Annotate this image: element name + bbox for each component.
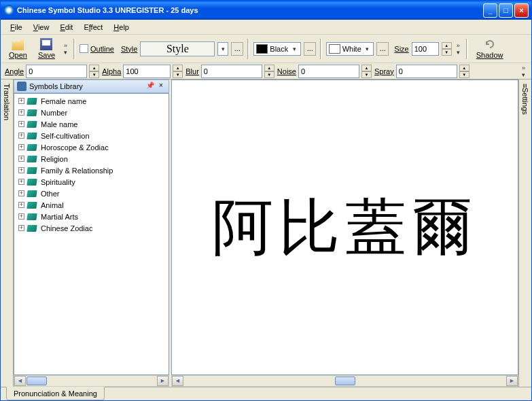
tree-item-label: Horoscope & Zodiac: [41, 143, 109, 152]
tree-item-label: Spirituality: [41, 178, 75, 186]
scroll-left-button[interactable]: ◄: [172, 376, 183, 386]
spray-input[interactable]: 0: [396, 65, 457, 78]
canvas-hscroll[interactable]: ◄ ►: [171, 375, 518, 387]
tree-item[interactable]: +Martial Arts: [16, 211, 167, 222]
alpha-input[interactable]: 100: [123, 65, 171, 78]
symbols-library-header: Symbols Library 📌 ×: [14, 80, 169, 93]
window-title: Chinese Symbol Studio 3.3 UNREGISTER - 2…: [17, 6, 483, 14]
separator: [320, 39, 322, 59]
color1-name: Black: [270, 45, 288, 53]
scroll-right-button[interactable]: ►: [506, 376, 518, 386]
blur-label: Blur: [185, 67, 199, 75]
open-folder-icon: [12, 38, 24, 50]
tree-item[interactable]: +Self-cultivation: [16, 130, 167, 141]
tree-item[interactable]: +Female name: [16, 95, 167, 107]
noise-input[interactable]: 0: [298, 65, 359, 78]
angle-label: Angle: [5, 67, 24, 75]
settings-tab[interactable]: ≡ Settings: [518, 80, 531, 387]
expand-icon[interactable]: +: [18, 133, 24, 139]
tree-item[interactable]: +Animal: [16, 199, 167, 211]
angle-spinner[interactable]: ▲▼: [89, 65, 99, 78]
expand-icon[interactable]: +: [18, 167, 24, 173]
scroll-thumb[interactable]: [26, 377, 47, 385]
save-label: Save: [38, 51, 55, 59]
scroll-left-button[interactable]: ◄: [14, 376, 26, 386]
expand-icon[interactable]: +: [18, 202, 24, 208]
size-input[interactable]: 100: [412, 42, 439, 56]
tree-item[interactable]: +Number: [16, 107, 167, 118]
menu-file[interactable]: File: [5, 21, 28, 33]
menu-effect[interactable]: Effect: [78, 21, 108, 33]
size-spinner[interactable]: ▲▼: [442, 42, 452, 56]
sidebar-hscroll[interactable]: ◄ ►: [14, 375, 169, 387]
panel-close-button[interactable]: ×: [156, 82, 166, 91]
book-icon: [27, 120, 38, 128]
toolbar-overflow-1[interactable]: »▾: [62, 42, 69, 56]
tree-item[interactable]: +Male name: [16, 118, 167, 130]
book-icon: [27, 213, 38, 221]
book-icon: [27, 109, 38, 117]
size-label: Size: [394, 45, 408, 53]
spray-spinner[interactable]: ▲▼: [459, 65, 469, 78]
tree-item[interactable]: +Religion: [16, 153, 167, 164]
tree-item-label: Religion: [41, 155, 68, 163]
checkbox-icon: [79, 44, 88, 53]
shadow-button[interactable]: Shadow: [472, 37, 508, 60]
expand-icon[interactable]: +: [18, 213, 24, 220]
expand-icon[interactable]: +: [18, 121, 24, 127]
book-icon: [27, 97, 38, 105]
tree-item[interactable]: +Chinese Zodiac: [16, 222, 167, 234]
tree-item-label: Family & Relationship: [41, 167, 113, 175]
book-icon: [27, 155, 38, 163]
open-label: Open: [9, 51, 27, 59]
minimize-button[interactable]: _: [483, 3, 497, 18]
spray-label: Spray: [374, 67, 394, 75]
canvas[interactable]: 阿比蓋爾: [171, 80, 518, 375]
tree-item[interactable]: +Family & Relationship: [16, 164, 167, 176]
tree-item[interactable]: +Other: [16, 188, 167, 199]
separator: [73, 39, 75, 59]
menu-view[interactable]: View: [28, 21, 55, 33]
menu-edit[interactable]: Edit: [54, 21, 78, 33]
open-button[interactable]: Open: [5, 37, 31, 60]
close-button[interactable]: ×: [514, 3, 529, 18]
tree-item[interactable]: +Spirituality: [16, 176, 167, 188]
expand-icon[interactable]: +: [18, 109, 24, 116]
color1-more-button[interactable]: ...: [304, 42, 316, 56]
tree-item[interactable]: +Horoscope & Zodiac: [16, 141, 167, 153]
toolbar-overflow-3[interactable]: »▾: [520, 65, 527, 78]
color1-dropdown[interactable]: Black ▾: [253, 42, 301, 56]
expand-icon[interactable]: +: [18, 179, 24, 185]
pronunciation-tab[interactable]: Pronunciation & Meaning: [6, 387, 105, 400]
noise-label: Noise: [277, 67, 296, 75]
scroll-thumb[interactable]: [335, 377, 355, 385]
blur-spinner[interactable]: ▲▼: [264, 65, 274, 78]
color2-more-button[interactable]: ...: [376, 42, 389, 56]
menu-help[interactable]: Help: [108, 21, 135, 33]
style-label: Style: [121, 45, 137, 53]
alpha-spinner[interactable]: ▲▼: [173, 65, 183, 78]
expand-icon[interactable]: +: [18, 156, 24, 162]
scroll-right-button[interactable]: ►: [157, 376, 169, 386]
expand-icon[interactable]: +: [18, 225, 24, 231]
expand-icon[interactable]: +: [18, 98, 24, 104]
outline-checkbox[interactable]: Outline: [79, 44, 114, 53]
angle-input[interactable]: 0: [26, 65, 87, 78]
panel-pin-button[interactable]: 📌: [145, 82, 155, 91]
blur-input[interactable]: 0: [201, 65, 262, 78]
save-button[interactable]: Save: [34, 37, 59, 60]
expand-icon[interactable]: +: [18, 144, 24, 150]
translation-tab[interactable]: Translation: [1, 80, 14, 387]
noise-spinner[interactable]: ▲▼: [361, 65, 372, 78]
tree-item-label: Animal: [41, 201, 64, 209]
separator: [247, 39, 249, 59]
color2-dropdown[interactable]: White ▾: [326, 42, 374, 56]
style-preview[interactable]: Style: [140, 41, 215, 56]
style-dropdown[interactable]: ▾: [217, 42, 228, 56]
symbols-tree[interactable]: +Female name+Number+Male name+Self-culti…: [14, 93, 169, 375]
expand-icon[interactable]: +: [18, 190, 24, 196]
bottom-tabs: Pronunciation & Meaning: [1, 387, 531, 401]
toolbar-overflow-2[interactable]: »▾: [455, 42, 462, 56]
style-more-button[interactable]: ...: [231, 42, 243, 56]
maximize-button[interactable]: □: [499, 3, 513, 18]
